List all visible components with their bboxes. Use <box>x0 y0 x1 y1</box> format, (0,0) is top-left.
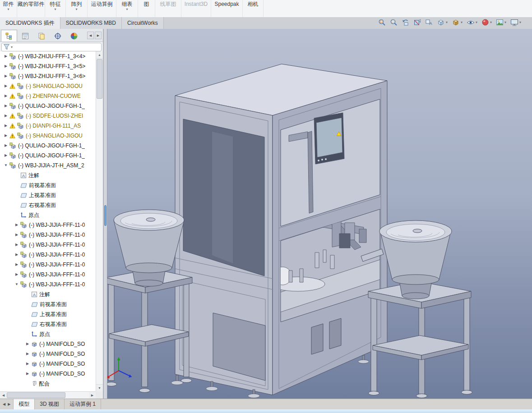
ribbon-button-10[interactable]: Speedpak <box>211 0 243 17</box>
ribbon-button-9[interactable]: Instant3D <box>181 0 211 17</box>
expand-arrow-icon[interactable]: ▶ <box>2 101 9 111</box>
expand-arrow-icon[interactable]: ▶ <box>2 81 9 91</box>
zoom-to-fit-button[interactable] <box>378 18 386 26</box>
tree-item[interactable]: ▶(-) WBJ-ZHIJU-FFF-1_3<6> <box>0 71 96 81</box>
tree-item[interactable]: ▶(-) SDDFE-LUOSI-ZHEI <box>0 111 96 121</box>
panel-tab-featuremanager-tree[interactable] <box>1 30 17 41</box>
filter-input[interactable] <box>14 44 100 50</box>
panel-tabs-scroll-right-icon[interactable]: ▶ <box>95 32 102 39</box>
tree-item[interactable]: ▶(-) WBJ-JIJIA-FFF-11-0 <box>0 270 96 280</box>
tree-item[interactable]: 上视基准面 <box>0 309 96 319</box>
tree-item[interactable]: ▶(-) QULIAO-JIGOU-FGH-1_ <box>0 101 96 111</box>
tree-item[interactable]: 原点 <box>0 210 96 220</box>
collapse-arrow-icon[interactable]: ▼ <box>13 280 20 289</box>
section-view-button[interactable] <box>413 18 421 26</box>
expand-arrow-icon[interactable]: ▶ <box>2 111 9 121</box>
ribbon-button-7[interactable]: 图 <box>138 0 155 17</box>
scroll-right-icon[interactable]: ▶ <box>89 392 96 399</box>
document-tab-1[interactable]: 模型 <box>14 399 35 409</box>
view-orientation-button[interactable]: ▾ <box>437 18 448 26</box>
expand-arrow-icon[interactable]: ▶ <box>13 230 20 240</box>
command-tab-1[interactable]: SOLIDWORKS 插件 <box>0 17 60 29</box>
expand-arrow-icon[interactable]: ▶ <box>2 51 9 61</box>
document-tab-2[interactable]: 3D 视图 <box>35 399 65 409</box>
tree-item[interactable]: ▶(-) WBJ-JIJIA-FFF-11-0 <box>0 250 96 260</box>
expand-arrow-icon[interactable]: ▶ <box>13 250 20 260</box>
hide-show-items-button[interactable]: ▾ <box>467 19 477 26</box>
expand-arrow-icon[interactable]: ▶ <box>13 270 20 280</box>
vertical-scroll-thumb[interactable] <box>97 59 102 99</box>
tree-item[interactable]: ▶(-) MANIFOLD_SO <box>0 359 96 369</box>
panel-tab-propertymanager[interactable] <box>17 30 33 41</box>
expand-arrow-icon[interactable]: ▶ <box>24 369 31 379</box>
ribbon-button-8[interactable]: 线草图 <box>155 0 181 17</box>
ribbon-button-11[interactable]: 相机 <box>243 0 264 17</box>
expand-arrow-icon[interactable]: ▶ <box>13 260 20 270</box>
tree-item[interactable]: 前视基准面 <box>0 180 96 190</box>
tree-item[interactable]: ▶(-) WBJ-JIJIA-FFF-11-0 <box>0 220 96 230</box>
tree-item[interactable]: ▶(-) ZHENPAN-CUOWE <box>0 91 96 101</box>
tree-item[interactable]: ▶(-) SHANGLIAO-JIGOU <box>0 131 96 141</box>
ribbon-button-3[interactable]: 特征▾ <box>45 0 66 17</box>
tree-item[interactable]: 配合 <box>0 379 96 389</box>
expand-arrow-icon[interactable]: ▶ <box>2 121 9 131</box>
tree-vertical-scrollbar[interactable]: ▲ ▼ <box>96 51 103 391</box>
dynamic-annotation-views-button[interactable]: A <box>425 18 433 26</box>
expand-arrow-icon[interactable]: ▶ <box>2 141 9 151</box>
tree-item[interactable]: ▶(-) WBJ-JIJIA-FFF-11-0 <box>0 230 96 240</box>
document-tab-3[interactable]: 运动算例 1 <box>65 399 101 409</box>
scroll-down-icon[interactable]: ▼ <box>96 384 103 391</box>
tabs-scroll-right-icon[interactable]: ▶ <box>8 402 10 406</box>
command-tab-3[interactable]: CircuitWorks <box>122 17 164 29</box>
filter-funnel-icon[interactable] <box>3 44 10 50</box>
tree-item[interactable]: ▶(-) WBJ-ZHIJU-FFF-1_3<5> <box>0 61 96 71</box>
expand-arrow-icon[interactable]: ▶ <box>2 91 9 101</box>
display-style-button[interactable]: ▾ <box>452 18 463 26</box>
tree-item[interactable]: 右视基准面 <box>0 319 96 329</box>
view-settings-button[interactable]: ▾ <box>510 19 521 26</box>
ribbon-button-5[interactable]: 运动算例 <box>88 0 116 17</box>
expand-arrow-icon[interactable]: ▶ <box>2 61 9 71</box>
panel-tab-configurationmanager[interactable] <box>33 30 50 41</box>
tree-item[interactable]: 原点 <box>0 329 96 339</box>
expand-arrow-icon[interactable]: ▶ <box>24 339 31 349</box>
tree-horizontal-scrollbar[interactable]: ◀ ▶ <box>0 391 96 399</box>
tabs-scroll-left-icon[interactable]: ◀ <box>3 402 5 406</box>
tree-item[interactable]: ▶(-) QULIAO-JIGOU-FGH-1_ <box>0 151 96 161</box>
ribbon-button-6[interactable]: 细表▾ <box>116 0 138 17</box>
apply-scene-button[interactable]: ▾ <box>496 19 506 26</box>
splitter-grip[interactable] <box>104 205 106 226</box>
expand-arrow-icon[interactable]: ▶ <box>2 71 9 81</box>
panel-splitter[interactable] <box>103 29 107 399</box>
panel-tab-dimxpertmanager[interactable] <box>50 30 66 41</box>
ribbon-button-4[interactable]: 阵列▾ <box>66 0 88 17</box>
expand-arrow-icon[interactable]: ▶ <box>24 349 31 359</box>
collapse-arrow-icon[interactable]: ▼ <box>2 161 9 170</box>
tree-item[interactable]: ▶(-) DIANPI-GH-111_AS <box>0 121 96 131</box>
tree-item[interactable]: ▼(-) WBJ-JIJIA-FFF-11-0 <box>0 280 96 289</box>
tree-item[interactable]: ▶(-) MANIFOLD_SO <box>0 369 96 379</box>
horizontal-scroll-track[interactable] <box>7 392 89 399</box>
tree-item[interactable]: ▶(-) WBJ-ZHIJU-FFF-1_3<4> <box>0 51 96 61</box>
tree-item[interactable]: 上视基准面 <box>0 190 96 200</box>
tree-item[interactable]: ▶(-) MANIFOLD_SO <box>0 349 96 359</box>
expand-arrow-icon[interactable]: ▶ <box>2 151 9 161</box>
expand-arrow-icon[interactable]: ▶ <box>2 131 9 141</box>
filter-caret-icon[interactable]: ▾ <box>11 46 13 49</box>
previous-view-button[interactable] <box>402 18 409 26</box>
filter-box[interactable]: ▾ <box>1 43 102 51</box>
tree-item[interactable]: ▶(-) SHANGLIAO-JIGOU <box>0 81 96 91</box>
ribbon-button-1[interactable]: 部件▾ <box>0 0 17 17</box>
scroll-left-icon[interactable]: ◀ <box>0 392 7 399</box>
scroll-up-icon[interactable]: ▲ <box>96 51 103 59</box>
ribbon-button-2[interactable]: 藏的零部件 <box>17 0 45 17</box>
tree-item[interactable]: ▼(-) WBJ-JIJIA-JT-H_ASM_2 <box>0 161 96 170</box>
expand-arrow-icon[interactable]: ▶ <box>24 359 31 369</box>
graphics-viewport[interactable] <box>107 29 532 399</box>
tree-item[interactable]: A注解 <box>0 170 96 180</box>
edit-appearance-button[interactable]: ▾ <box>481 18 492 26</box>
command-tab-2[interactable]: SOLIDWORKS MBD <box>60 17 122 29</box>
panel-tabs-scroll-left-icon[interactable]: ◀ <box>87 32 94 39</box>
expand-arrow-icon[interactable]: ▶ <box>13 240 20 250</box>
tree-item[interactable]: 右视基准面 <box>0 200 96 210</box>
